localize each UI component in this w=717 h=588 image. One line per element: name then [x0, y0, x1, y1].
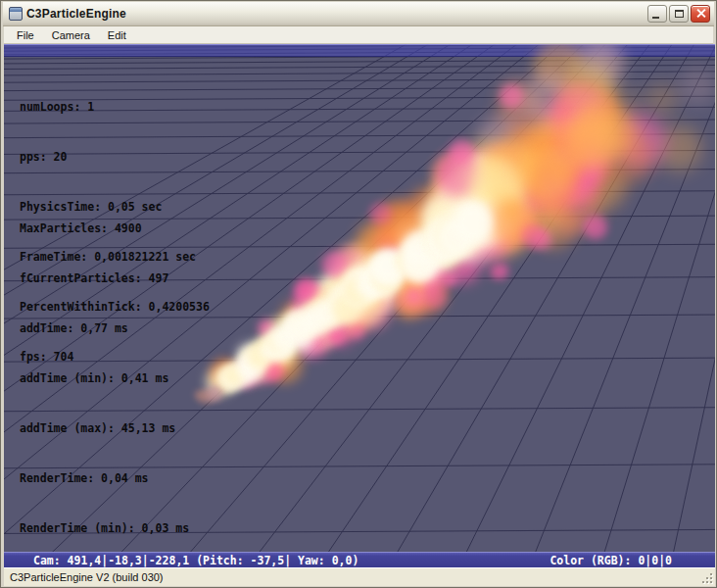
app-icon — [9, 7, 23, 21]
window-title: C3ParticleEngine — [26, 7, 126, 21]
menu-item-file[interactable]: File — [8, 27, 43, 43]
stat-line: addTime (max): 45,13 ms — [20, 420, 210, 437]
menu-item-camera[interactable]: Camera — [43, 27, 99, 43]
camera-position-text: Cam: 491,4|-18,3|-228,1 (Pitch: -37,5| Y… — [33, 554, 358, 567]
window-controls — [647, 5, 710, 23]
viewport-top-band — [4, 44, 715, 57]
viewport-3d[interactable]: numLoops: 1 pps: 20 PhysicsTime: 0,05 se… — [4, 44, 715, 568]
title-bar[interactable]: C3ParticleEngine — [3, 2, 714, 26]
maximize-button[interactable] — [669, 5, 689, 23]
app-window: C3ParticleEngine File Camera Edit numLoo… — [0, 0, 717, 588]
stat-line: MaxParticles: 4900 — [20, 220, 210, 237]
menu-item-edit[interactable]: Edit — [99, 27, 135, 43]
stat-line: RenderTime: 0,04 ms — [20, 470, 210, 487]
resize-grip[interactable] — [701, 572, 714, 585]
status-bar: C3ParticleEngine V2 (build 030) — [4, 567, 715, 586]
minimize-icon — [652, 17, 659, 19]
stat-line: fCurrentParticles: 497 — [20, 270, 210, 287]
stat-line: RenderTime (min): 0,03 ms — [20, 520, 210, 537]
stats-overlay-particles: MaxParticles: 4900 fCurrentParticles: 49… — [20, 187, 210, 568]
stat-line: pps: 20 — [20, 149, 210, 166]
menu-bar: File Camera Edit — [4, 26, 713, 44]
maximize-icon — [675, 10, 684, 18]
close-button[interactable] — [691, 5, 710, 23]
stat-line: addTime (min): 0,41 ms — [20, 370, 210, 387]
minimize-button[interactable] — [647, 5, 667, 23]
status-text: C3ParticleEngine V2 (build 030) — [10, 571, 164, 583]
color-rgb-text: Color (RGB): 0|0|0 — [550, 554, 672, 567]
camera-info-bar: Cam: 491,4|-18,3|-228,1 (Pitch: -37,5| Y… — [4, 552, 715, 568]
close-icon — [696, 9, 705, 18]
stat-line: addTime: 0,77 ms — [20, 320, 210, 337]
stat-line: numLoops: 1 — [20, 99, 210, 116]
